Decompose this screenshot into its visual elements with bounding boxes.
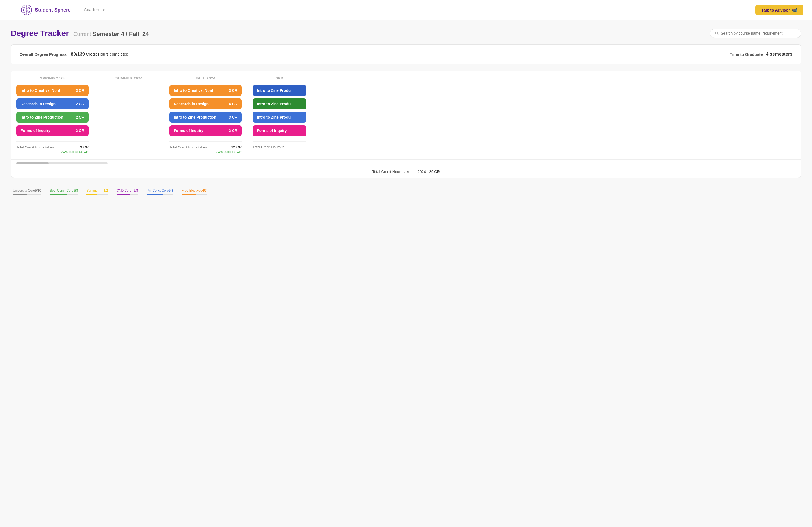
legend-free-electives: Free Electives 4/7 [182, 189, 207, 195]
search-input[interactable] [721, 31, 796, 35]
semester-footer-spr2025: Total Credit Hours ta [253, 141, 306, 149]
course-card[interactable]: Forms of Inquiry 2 CR [170, 125, 242, 136]
legend-label: Sec. Conc. Core [50, 189, 73, 192]
current-semester-label: Current Semester 4 / Fall' 24 [73, 31, 149, 37]
course-card[interactable]: Research in Design 2 CR [16, 99, 89, 109]
semester-col-spring2024: SPRING 2024 Intro to Creative. Nonf 3 CR… [11, 71, 94, 160]
video-icon: 📹 [792, 7, 798, 13]
course-card[interactable]: Research in Design 4 CR [170, 99, 242, 109]
legend-summer: Summer 1/2 [86, 189, 108, 195]
ttg-value: 4 semesters [766, 51, 793, 57]
semester-col-fall2024: FALL 2024 Intro to Creative. Nonf 3 CR R… [164, 71, 247, 160]
legend-count: 1/2 [103, 189, 108, 192]
course-card[interactable]: Intro to Zine Produ [253, 99, 306, 109]
ttg-label: Time to Graduate [730, 52, 763, 57]
search-icon [715, 31, 719, 35]
legend-sec-conc-core: Sec. Conc. Core 5/8 [50, 189, 78, 195]
legend-pri-conc-core: Pri. Conc. Core 5/8 [147, 189, 173, 195]
course-card[interactable]: Forms of Inquiry [253, 125, 306, 136]
header-divider [77, 6, 77, 14]
scrollbar-thumb[interactable] [16, 162, 48, 164]
year-total-row: Total Credit Hours taken in 2024 20 CR [11, 166, 801, 178]
semester-header-spring2024: SPRING 2024 [16, 76, 89, 80]
legend-label: Summer [86, 189, 99, 192]
legend-label: Pri. Conc. Core [147, 189, 169, 192]
talk-to-advisor-button[interactable]: Talk to Advisor 📹 [755, 5, 803, 15]
course-card[interactable]: Intro to Zine Produ [253, 85, 306, 96]
horizontal-scrollbar[interactable] [11, 160, 801, 166]
semester-col-spr2025: SPR Intro to Zine Produ Intro to Zine Pr… [247, 71, 312, 160]
legend-bar: University Core 5/10 Sec. Conc. Core 5/8… [11, 184, 801, 199]
svg-line-8 [717, 34, 718, 35]
legend-label: Free Electives [182, 189, 202, 192]
semester-header-fall2024: FALL 2024 [170, 76, 242, 80]
legend-university-core: University Core 5/10 [13, 189, 41, 195]
course-card[interactable]: Forms of Inquiry 2 CR [16, 125, 89, 136]
progress-right: Time to Graduate 4 semesters [730, 51, 793, 57]
logo-area: Student Sphere [21, 4, 71, 16]
semester-header-spr2025: SPR [253, 76, 306, 80]
course-card[interactable]: Intro to Zine Production 3 CR [170, 112, 242, 123]
semester-header-summer2024: SUMMER 2024 [100, 76, 158, 80]
year-total-label: Total Credit Hours taken in 2024 [372, 169, 426, 174]
legend-count: 4/7 [202, 189, 207, 192]
semester-footer-spring2024: Total Credit Hours taken 9 CR Available:… [16, 141, 89, 154]
progress-value: 80/139 Credit Hours completed [71, 51, 128, 57]
progress-label: Overall Degree Progress [19, 52, 67, 57]
legend-count: 5/8 [73, 189, 78, 192]
semester-col-summer2024: SUMMER 2024 [94, 71, 164, 160]
legend-label: University Core [13, 189, 35, 192]
progress-divider [721, 49, 721, 59]
talk-btn-label: Talk to Advisor [761, 8, 790, 12]
app-name: Student Sphere [35, 7, 71, 13]
progress-left: Overall Degree Progress 80/139 Credit Ho… [19, 51, 712, 57]
legend-count: 5/8 [133, 189, 138, 192]
header-left: Student Sphere Academics [9, 4, 106, 16]
legend-cnd-core: CND Core 5/8 [117, 189, 138, 195]
course-card[interactable]: Intro to Creative. Nonf 3 CR [16, 85, 89, 96]
semester-grid: SPRING 2024 Intro to Creative. Nonf 3 CR… [11, 71, 801, 160]
legend-count: 5/10 [35, 189, 41, 192]
page-title: Degree Tracker [11, 29, 69, 38]
legend-count: 5/8 [169, 189, 173, 192]
app-header: Student Sphere Academics Talk to Advisor… [0, 0, 812, 20]
course-card[interactable]: Intro to Zine Produ [253, 112, 306, 123]
legend-label: CND Core [117, 189, 131, 192]
page-title-left: Degree Tracker Current Semester 4 / Fall… [11, 29, 149, 38]
scrollbar-track[interactable] [16, 162, 108, 164]
progress-container: Overall Degree Progress 80/139 Credit Ho… [11, 44, 801, 64]
year-total-value: 20 CR [429, 169, 440, 174]
course-card[interactable]: Intro to Zine Production 2 CR [16, 112, 89, 123]
course-card[interactable]: Intro to Creative. Nonf 3 CR [170, 85, 242, 96]
semester-grid-wrapper: SPRING 2024 Intro to Creative. Nonf 3 CR… [11, 71, 801, 178]
main-content: Degree Tracker Current Semester 4 / Fall… [0, 20, 812, 205]
page-title-row: Degree Tracker Current Semester 4 / Fall… [11, 29, 801, 38]
semester-footer-fall2024: Total Credit Hours taken 12 CR Available… [170, 141, 242, 154]
search-box[interactable] [710, 29, 801, 38]
logo-icon [21, 4, 32, 16]
hamburger-menu[interactable] [9, 7, 17, 13]
section-label: Academics [84, 7, 106, 13]
